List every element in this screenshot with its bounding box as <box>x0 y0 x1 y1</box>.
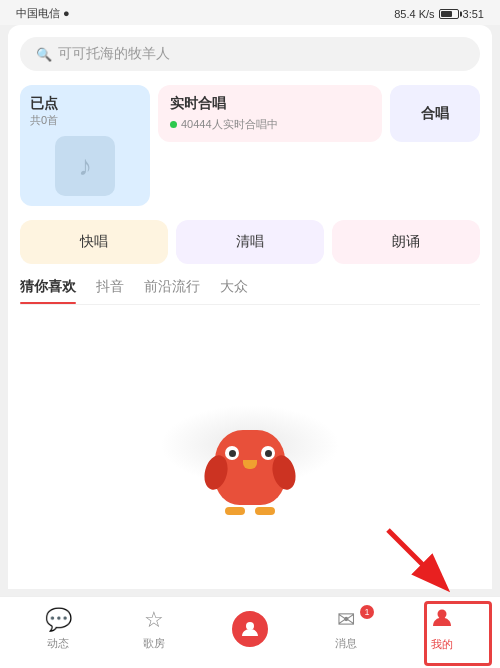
nav-item-wode[interactable]: 我的 <box>394 606 490 652</box>
online-dot <box>170 121 177 128</box>
card-qingchang[interactable]: 清唱 <box>176 220 324 264</box>
bottom-nav: 💬 动态 ☆ 歌房 1 ✉ 消息 <box>0 596 500 668</box>
character <box>215 430 285 515</box>
search-placeholder: 可可托海的牧羊人 <box>58 45 170 63</box>
xiaoxi-icon: ✉ <box>337 607 355 633</box>
shishi-subtitle: 40444人实时合唱中 <box>170 117 370 132</box>
qingchang-title: 清唱 <box>236 233 264 251</box>
status-bar: 中国电信 ● 85.4 K/s 3:51 <box>0 0 500 25</box>
tab-frontier[interactable]: 前沿流行 <box>144 278 200 304</box>
bird-foot-left <box>225 507 245 515</box>
bird-foot-right <box>255 507 275 515</box>
avatar-icon <box>232 611 268 647</box>
hechang-title: 合唱 <box>421 105 449 123</box>
tab-guess[interactable]: 猜你喜欢 <box>20 278 76 304</box>
bird-pupil-right <box>265 450 272 457</box>
shishi-title: 实时合唱 <box>170 95 370 113</box>
bird-eye-right <box>261 446 275 460</box>
nav-item-dongtai[interactable]: 💬 动态 <box>10 607 106 651</box>
bird-eye-left <box>225 446 239 460</box>
shishi-count: 40444人实时合唱中 <box>181 117 278 132</box>
page-wrapper: 中国电信 ● 85.4 K/s 3:51 🔍 可可托海的牧羊人 已点 共0首 ♪ <box>0 0 500 668</box>
battery-fill <box>441 11 452 17</box>
nav-item-gefang[interactable]: ☆ 歌房 <box>106 607 202 651</box>
card-shishi[interactable]: 实时合唱 40444人实时合唱中 <box>158 85 382 142</box>
wode-icon <box>431 606 453 634</box>
dongtai-label: 动态 <box>47 636 69 651</box>
battery-icon <box>439 9 459 19</box>
card-yidian[interactable]: 已点 共0首 ♪ <box>20 85 150 206</box>
empty-area <box>20 305 480 525</box>
bird-pupil-left <box>229 450 236 457</box>
bird-beak <box>243 460 257 469</box>
status-right: 85.4 K/s 3:51 <box>394 8 484 20</box>
gefang-icon: ☆ <box>144 607 164 633</box>
svg-point-0 <box>246 622 254 630</box>
svg-point-1 <box>438 609 447 618</box>
search-bar[interactable]: 🔍 可可托海的牧羊人 <box>20 37 480 71</box>
card-hechang[interactable]: 合唱 <box>390 85 480 142</box>
yidian-count: 共0首 <box>30 113 58 128</box>
message-badge: 1 <box>360 605 374 619</box>
bird-body <box>215 430 285 505</box>
card-langdong[interactable]: 朗诵 <box>332 220 480 264</box>
langdong-title: 朗诵 <box>392 233 420 251</box>
tab-douyin[interactable]: 抖音 <box>96 278 124 304</box>
tab-popular[interactable]: 大众 <box>220 278 248 304</box>
arrow-svg-wrap <box>378 520 458 604</box>
wode-label: 我的 <box>431 637 453 652</box>
bird-feet <box>215 507 285 515</box>
time-text: 3:51 <box>463 8 484 20</box>
xiaoxi-label: 消息 <box>335 636 357 651</box>
cards-grid: 已点 共0首 ♪ 实时合唱 40444人实时合唱中 合唱 <box>20 85 480 206</box>
red-arrow-svg <box>378 520 458 600</box>
yidian-title: 已点 <box>30 95 58 113</box>
nav-item-xiaoxi[interactable]: 1 ✉ 消息 <box>298 607 394 651</box>
kuaichang-title: 快唱 <box>80 233 108 251</box>
carrier-text: 中国电信 ● <box>16 6 70 21</box>
gefang-label: 歌房 <box>143 636 165 651</box>
music-note-icon: ♪ <box>55 136 115 196</box>
svg-line-3 <box>388 530 436 578</box>
dongtai-icon: 💬 <box>45 607 72 633</box>
tabs: 猜你喜欢 抖音 前沿流行 大众 <box>20 278 480 305</box>
card-kuaichang[interactable]: 快唱 <box>20 220 168 264</box>
network-speed: 85.4 K/s <box>394 8 434 20</box>
nav-item-avatar[interactable] <box>202 611 298 647</box>
search-icon: 🔍 <box>36 47 52 62</box>
cards-row2: 快唱 清唱 朗诵 <box>20 220 480 264</box>
main-content: 🔍 可可托海的牧羊人 已点 共0首 ♪ 实时合唱 40444人实时合唱中 合唱 <box>8 25 492 589</box>
